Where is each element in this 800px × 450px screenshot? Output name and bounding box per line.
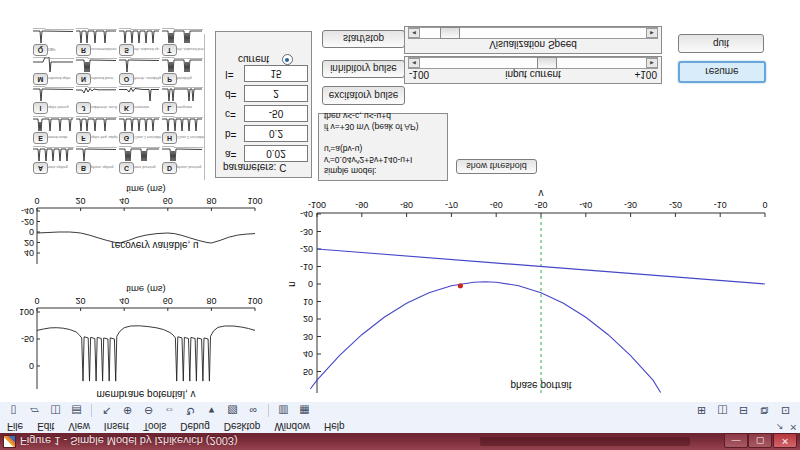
slider-left-arrow[interactable]: ◄ xyxy=(408,28,420,38)
svg-text:v: v xyxy=(539,188,544,199)
thumbnail-name: accommodation xyxy=(91,47,116,51)
phase-portrait-plot[interactable]: phase portrait-100-90-80-70-60-50-40-30-… xyxy=(280,187,800,402)
minimize-button[interactable]: — xyxy=(724,433,748,448)
svg-text:-80: -80 xyxy=(400,200,413,210)
layout-grid-icon[interactable]: ⊞ xyxy=(692,402,711,419)
thumbnail-waveform xyxy=(162,146,203,163)
svg-text:-50: -50 xyxy=(534,200,547,210)
restore-button[interactable]: ▢ xyxy=(748,433,772,448)
thumbnail-cell-N: Nrebound burst xyxy=(76,57,117,85)
slider-right-arrow[interactable]: ► xyxy=(646,58,658,68)
visualization-speed-slider[interactable]: ◄ ► xyxy=(408,27,658,39)
thumbnail-name: rebound burst xyxy=(91,76,113,80)
param-value-field[interactable]: 0.2 xyxy=(244,125,308,142)
legend-icon[interactable]: ▦ xyxy=(295,403,314,420)
thumbnail-button-G[interactable]: G xyxy=(119,132,134,144)
thumbnail-button-K[interactable]: K xyxy=(119,102,134,114)
rotate3d-icon[interactable]: ↻ xyxy=(181,403,200,420)
linkplot-icon[interactable]: ∞ xyxy=(244,403,263,420)
thumbnail-button-B[interactable]: B xyxy=(76,162,91,174)
thumbnail-button-N[interactable]: N xyxy=(76,73,91,85)
show-threshold-button[interactable]: show threshold xyxy=(456,159,537,174)
thumbnail-button-R[interactable]: R xyxy=(76,44,91,56)
param-value-field[interactable]: 2 xyxy=(244,85,308,102)
thumbnail-waveform xyxy=(162,57,203,74)
svg-text:-40: -40 xyxy=(579,200,592,210)
thumbnail-cell-J: Jsubthresh. oscill. xyxy=(76,86,117,114)
slider-left-arrow[interactable]: ◄ xyxy=(408,58,420,68)
thumbnail-cell-A: Atonic spiking xyxy=(33,146,74,174)
thumbnail-button-P[interactable]: P xyxy=(162,73,177,85)
slider-right-arrow[interactable]: ► xyxy=(646,28,658,38)
resume-button[interactable]: resume xyxy=(678,61,766,83)
thumbnail-button-I[interactable]: I xyxy=(33,102,48,114)
start-stop-button[interactable]: start/stop xyxy=(322,30,405,48)
open-icon[interactable]: ▱ xyxy=(25,403,44,420)
thumbnail-button-E[interactable]: E xyxy=(33,132,48,144)
param-value-field[interactable]: 15 xyxy=(244,65,308,82)
input-current-slider[interactable]: ◄ ► xyxy=(408,57,658,69)
menu-item-desktop[interactable]: Desktop xyxy=(217,421,268,432)
colorbar-icon[interactable]: ▥ xyxy=(274,403,293,420)
float-window-icon[interactable]: ⧉ xyxy=(755,402,774,419)
toolbar-separator xyxy=(268,405,269,418)
thumbnail-cell-R: Raccommodation xyxy=(76,28,117,56)
zoom-in-icon[interactable]: ⊕ xyxy=(118,403,137,420)
thumbnail-button-F[interactable]: F xyxy=(76,132,91,144)
thumbnail-button-Q[interactable]: Q xyxy=(33,44,48,56)
thumbnail-name: phasic spiking xyxy=(91,165,114,169)
thumbnail-name: bistability xyxy=(177,76,192,80)
panel-separator xyxy=(204,34,205,180)
quit-button[interactable]: quit xyxy=(678,34,764,53)
thumbnail-button-C[interactable]: C xyxy=(119,162,134,174)
svg-text:0: 0 xyxy=(29,361,34,371)
thumbnail-button-O[interactable]: O xyxy=(119,73,134,85)
svg-text:30: 30 xyxy=(303,332,313,342)
menu-item-edit[interactable]: Edit xyxy=(30,421,61,432)
thumbnail-button-H[interactable]: H xyxy=(162,132,177,144)
thumbnail-cell-B: Bphasic spiking xyxy=(76,146,117,174)
zoom-out-icon[interactable]: ⊖ xyxy=(139,403,158,420)
thumbnail-button-S[interactable]: S xyxy=(119,44,134,56)
datacursor-icon[interactable]: ▾ xyxy=(202,403,221,420)
menu-item-debug[interactable]: Debug xyxy=(173,421,216,432)
inhibitory-pulse-button[interactable]: inhibitory pulse xyxy=(322,60,405,78)
thumbnail-button-A[interactable]: A xyxy=(33,162,48,174)
brush-icon[interactable]: ▨ xyxy=(223,403,242,420)
thumbnail-button-D[interactable]: D xyxy=(162,162,177,174)
thumbnail-button-L[interactable]: L xyxy=(162,102,177,114)
menu-item-file[interactable]: File xyxy=(0,421,30,432)
menu-item-view[interactable]: View xyxy=(61,421,97,432)
layout-rows-icon[interactable]: ⊟ xyxy=(734,402,753,419)
input-current-slider-thumb[interactable] xyxy=(537,57,557,69)
thumbnail-button-M[interactable]: M xyxy=(33,73,48,85)
param-value-field[interactable]: -50 xyxy=(244,105,308,122)
close-button[interactable]: ✕ xyxy=(773,433,797,448)
thumbnail-cell-F: Fspike freq. adapt xyxy=(76,116,117,144)
menu-item-insert[interactable]: Insert xyxy=(97,421,136,432)
pan-icon[interactable]: ⇔ xyxy=(160,403,179,420)
maximize-pane-icon[interactable]: ⊡ xyxy=(776,402,795,419)
print-icon[interactable]: ▤ xyxy=(67,403,86,420)
dock-figure-icon[interactable]: ↗ xyxy=(776,422,784,432)
menu-bar: FileEditViewInsertToolsDebugDesktopWindo… xyxy=(0,419,800,433)
menu-item-tools[interactable]: Tools xyxy=(136,421,173,432)
menu-item-help[interactable]: Help xyxy=(317,421,352,432)
thumbnail-button-J[interactable]: J xyxy=(76,102,91,114)
menu-item-window[interactable]: Window xyxy=(267,421,317,432)
cursor-icon[interactable]: ↖ xyxy=(97,403,116,420)
svg-text:100: 100 xyxy=(247,196,262,206)
excitatory-pulse-button[interactable]: excitatory pulse xyxy=(322,86,405,105)
current-radio-button[interactable] xyxy=(282,54,293,65)
param-value-field[interactable]: 0.02 xyxy=(244,145,308,162)
svg-text:-40: -40 xyxy=(21,206,34,216)
visualization-speed-slider-thumb[interactable] xyxy=(440,27,460,39)
layout-cols-icon[interactable]: ◫ xyxy=(713,402,732,419)
thumbnail-waveform xyxy=(119,86,160,103)
thumbnail-button-T[interactable]: T xyxy=(162,44,177,56)
input-current-label: input current xyxy=(405,69,661,80)
save-icon[interactable]: ◫ xyxy=(46,403,65,420)
new-figure-icon[interactable]: ▯ xyxy=(4,403,23,420)
radio-selected-dot xyxy=(285,58,289,62)
close-figure-icon[interactable]: ✕ xyxy=(789,422,797,432)
